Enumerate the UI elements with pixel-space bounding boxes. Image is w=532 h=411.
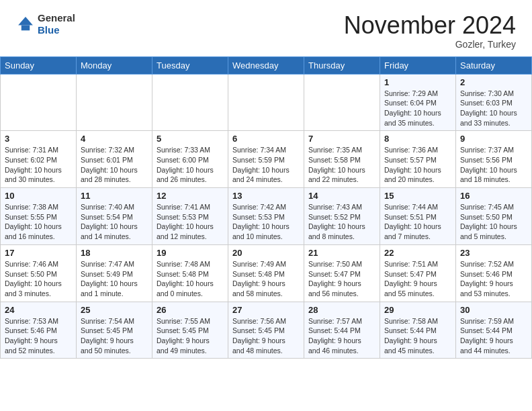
day-info: Sunrise: 7:45 AM Sunset: 5:50 PM Dayligh… <box>460 202 527 242</box>
day-number: 23 <box>460 248 527 258</box>
calendar-table: SundayMondayTuesdayWednesdayThursdayFrid… <box>0 56 532 359</box>
day-number: 7 <box>308 134 375 144</box>
calendar-cell: 5Sunrise: 7:33 AM Sunset: 6:00 PM Daylig… <box>152 131 228 188</box>
day-info: Sunrise: 7:35 AM Sunset: 5:58 PM Dayligh… <box>308 145 375 185</box>
day-info: Sunrise: 7:52 AM Sunset: 5:46 PM Dayligh… <box>460 259 527 299</box>
weekday-header: Monday <box>77 56 152 74</box>
calendar-cell: 19Sunrise: 7:48 AM Sunset: 5:48 PM Dayli… <box>152 244 228 302</box>
day-number: 4 <box>81 134 148 144</box>
calendar-week-row: 1Sunrise: 7:29 AM Sunset: 6:04 PM Daylig… <box>1 74 532 131</box>
calendar-cell: 29Sunrise: 7:58 AM Sunset: 5:44 PM Dayli… <box>380 302 456 359</box>
logo-blue-text: Blue <box>38 24 75 36</box>
day-info: Sunrise: 7:37 AM Sunset: 5:56 PM Dayligh… <box>460 145 527 185</box>
calendar-week-row: 10Sunrise: 7:38 AM Sunset: 5:55 PM Dayli… <box>1 188 532 245</box>
calendar-cell: 23Sunrise: 7:52 AM Sunset: 5:46 PM Dayli… <box>456 244 532 302</box>
day-info: Sunrise: 7:40 AM Sunset: 5:54 PM Dayligh… <box>81 202 148 242</box>
day-info: Sunrise: 7:29 AM Sunset: 6:04 PM Dayligh… <box>384 89 451 128</box>
day-number: 2 <box>460 77 527 87</box>
day-info: Sunrise: 7:32 AM Sunset: 6:01 PM Dayligh… <box>81 145 148 185</box>
day-info: Sunrise: 7:48 AM Sunset: 5:48 PM Dayligh… <box>157 259 224 299</box>
day-number: 15 <box>384 191 451 201</box>
day-info: Sunrise: 7:36 AM Sunset: 5:57 PM Dayligh… <box>384 145 451 185</box>
calendar-cell: 1Sunrise: 7:29 AM Sunset: 6:04 PM Daylig… <box>380 74 456 131</box>
title-block: November 2024 Gozler, Turkey <box>344 12 516 50</box>
day-info: Sunrise: 7:51 AM Sunset: 5:47 PM Dayligh… <box>384 259 451 299</box>
day-number: 8 <box>384 134 451 144</box>
day-info: Sunrise: 7:55 AM Sunset: 5:45 PM Dayligh… <box>157 316 224 356</box>
day-info: Sunrise: 7:34 AM Sunset: 5:59 PM Dayligh… <box>232 145 300 185</box>
day-number: 11 <box>81 191 148 201</box>
day-number: 26 <box>157 305 224 315</box>
day-info: Sunrise: 7:58 AM Sunset: 5:44 PM Dayligh… <box>384 316 451 356</box>
calendar-cell: 8Sunrise: 7:36 AM Sunset: 5:57 PM Daylig… <box>380 131 456 188</box>
day-number: 16 <box>460 191 527 201</box>
calendar-cell: 21Sunrise: 7:50 AM Sunset: 5:47 PM Dayli… <box>304 244 380 302</box>
weekday-header: Saturday <box>456 56 532 74</box>
weekday-header: Wednesday <box>228 56 304 74</box>
day-info: Sunrise: 7:46 AM Sunset: 5:50 PM Dayligh… <box>5 259 72 299</box>
calendar-cell: 28Sunrise: 7:57 AM Sunset: 5:44 PM Dayli… <box>304 302 380 359</box>
calendar-header-row: SundayMondayTuesdayWednesdayThursdayFrid… <box>1 56 532 74</box>
weekday-header: Thursday <box>304 56 380 74</box>
calendar-cell: 26Sunrise: 7:55 AM Sunset: 5:45 PM Dayli… <box>152 302 228 359</box>
day-info: Sunrise: 7:44 AM Sunset: 5:51 PM Dayligh… <box>384 202 451 242</box>
day-number: 1 <box>384 77 451 87</box>
calendar-cell: 3Sunrise: 7:31 AM Sunset: 6:02 PM Daylig… <box>1 131 77 188</box>
logo-icon <box>16 15 35 34</box>
day-number: 30 <box>460 305 527 315</box>
day-info: Sunrise: 7:47 AM Sunset: 5:49 PM Dayligh… <box>81 259 148 299</box>
day-number: 21 <box>308 248 375 258</box>
calendar-cell: 2Sunrise: 7:30 AM Sunset: 6:03 PM Daylig… <box>456 74 532 131</box>
logo: General Blue <box>16 12 75 36</box>
calendar-cell: 15Sunrise: 7:44 AM Sunset: 5:51 PM Dayli… <box>380 188 456 245</box>
day-number: 12 <box>157 191 224 201</box>
calendar-cell: 9Sunrise: 7:37 AM Sunset: 5:56 PM Daylig… <box>456 131 532 188</box>
weekday-header: Sunday <box>1 56 77 74</box>
page-subtitle: Gozler, Turkey <box>344 39 516 50</box>
logo-general-text: General <box>38 12 75 24</box>
day-info: Sunrise: 7:57 AM Sunset: 5:44 PM Dayligh… <box>308 316 375 356</box>
day-number: 27 <box>232 305 300 315</box>
calendar-week-row: 17Sunrise: 7:46 AM Sunset: 5:50 PM Dayli… <box>1 244 532 302</box>
day-info: Sunrise: 7:31 AM Sunset: 6:02 PM Dayligh… <box>5 145 72 185</box>
day-number: 10 <box>5 191 72 201</box>
calendar-cell: 10Sunrise: 7:38 AM Sunset: 5:55 PM Dayli… <box>1 188 77 245</box>
day-number: 19 <box>157 248 224 258</box>
calendar-cell: 30Sunrise: 7:59 AM Sunset: 5:44 PM Dayli… <box>456 302 532 359</box>
day-info: Sunrise: 7:33 AM Sunset: 6:00 PM Dayligh… <box>157 145 224 185</box>
svg-rect-1 <box>21 26 30 31</box>
calendar-cell: 4Sunrise: 7:32 AM Sunset: 6:01 PM Daylig… <box>77 131 152 188</box>
calendar-week-row: 3Sunrise: 7:31 AM Sunset: 6:02 PM Daylig… <box>1 131 532 188</box>
calendar-cell: 24Sunrise: 7:53 AM Sunset: 5:46 PM Dayli… <box>1 302 77 359</box>
calendar-cell: 12Sunrise: 7:41 AM Sunset: 5:53 PM Dayli… <box>152 188 228 245</box>
day-number: 22 <box>384 248 451 258</box>
calendar-cell: 6Sunrise: 7:34 AM Sunset: 5:59 PM Daylig… <box>228 131 304 188</box>
calendar-cell: 14Sunrise: 7:43 AM Sunset: 5:52 PM Dayli… <box>304 188 380 245</box>
day-number: 9 <box>460 134 527 144</box>
day-number: 5 <box>157 134 224 144</box>
calendar-cell: 17Sunrise: 7:46 AM Sunset: 5:50 PM Dayli… <box>1 244 77 302</box>
calendar-cell: 25Sunrise: 7:54 AM Sunset: 5:45 PM Dayli… <box>77 302 152 359</box>
day-number: 6 <box>232 134 300 144</box>
day-number: 18 <box>81 248 148 258</box>
day-number: 13 <box>232 191 300 201</box>
day-info: Sunrise: 7:41 AM Sunset: 5:53 PM Dayligh… <box>157 202 224 242</box>
day-info: Sunrise: 7:59 AM Sunset: 5:44 PM Dayligh… <box>460 316 527 356</box>
calendar-cell <box>77 74 152 131</box>
calendar-cell: 18Sunrise: 7:47 AM Sunset: 5:49 PM Dayli… <box>77 244 152 302</box>
day-number: 3 <box>5 134 72 144</box>
day-number: 14 <box>308 191 375 201</box>
calendar-cell: 27Sunrise: 7:56 AM Sunset: 5:45 PM Dayli… <box>228 302 304 359</box>
calendar-cell: 20Sunrise: 7:49 AM Sunset: 5:48 PM Dayli… <box>228 244 304 302</box>
calendar-cell: 22Sunrise: 7:51 AM Sunset: 5:47 PM Dayli… <box>380 244 456 302</box>
day-number: 29 <box>384 305 451 315</box>
weekday-header: Friday <box>380 56 456 74</box>
calendar-cell: 11Sunrise: 7:40 AM Sunset: 5:54 PM Dayli… <box>77 188 152 245</box>
calendar-cell <box>1 74 77 131</box>
day-info: Sunrise: 7:42 AM Sunset: 5:53 PM Dayligh… <box>232 202 300 242</box>
calendar-week-row: 24Sunrise: 7:53 AM Sunset: 5:46 PM Dayli… <box>1 302 532 359</box>
day-number: 25 <box>81 305 148 315</box>
calendar-cell: 13Sunrise: 7:42 AM Sunset: 5:53 PM Dayli… <box>228 188 304 245</box>
calendar-cell: 7Sunrise: 7:35 AM Sunset: 5:58 PM Daylig… <box>304 131 380 188</box>
day-number: 28 <box>308 305 375 315</box>
